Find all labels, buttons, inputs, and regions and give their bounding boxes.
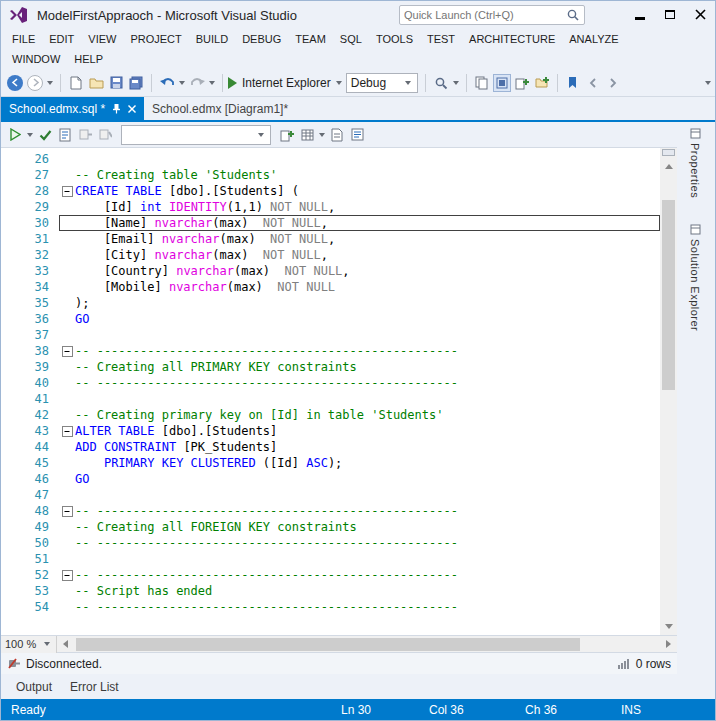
menu-tools[interactable]: TOOLS bbox=[369, 31, 420, 47]
previous-bookmark-button[interactable] bbox=[584, 74, 602, 92]
find-dropdown-icon[interactable] bbox=[453, 81, 459, 85]
menu-project[interactable]: PROJECT bbox=[123, 31, 188, 47]
code-line[interactable]: 52-- -----------------------------------… bbox=[1, 567, 660, 583]
code-line[interactable]: 53-- Script has ended bbox=[1, 583, 660, 599]
close-tab-button[interactable] bbox=[128, 105, 136, 113]
solution-explorer-button[interactable] bbox=[473, 74, 491, 92]
panel-tab-error-list[interactable]: Error List bbox=[61, 677, 128, 697]
code-line[interactable]: 51 bbox=[1, 551, 660, 567]
code-line[interactable]: 48-- -----------------------------------… bbox=[1, 503, 660, 519]
tab-school-edmx-diagram[interactable]: School.edmx [Diagram1]* bbox=[144, 97, 296, 120]
navigate-forward-button[interactable] bbox=[26, 74, 44, 92]
menu-team[interactable]: TEAM bbox=[288, 31, 333, 47]
code-line[interactable]: 30 [Name] nvarchar(max) NOT NULL, bbox=[1, 215, 660, 231]
code-line[interactable]: 40-- -----------------------------------… bbox=[1, 375, 660, 391]
code-line[interactable]: 50-- -----------------------------------… bbox=[1, 535, 660, 551]
code-line[interactable]: 43ALTER TABLE [dbo].[Students] bbox=[1, 423, 660, 439]
menu-build[interactable]: BUILD bbox=[189, 31, 235, 47]
splitter-handle[interactable] bbox=[662, 149, 675, 156]
code-line[interactable]: 38-- -----------------------------------… bbox=[1, 343, 660, 359]
pin-tab-button[interactable] bbox=[112, 103, 121, 114]
code-line[interactable]: 33 [Country] nvarchar(max) NOT NULL, bbox=[1, 263, 660, 279]
add-folder-button[interactable] bbox=[533, 74, 551, 92]
results-dropdown-icon[interactable] bbox=[319, 133, 325, 137]
menu-view[interactable]: VIEW bbox=[81, 31, 123, 47]
results-to-file-button[interactable] bbox=[328, 126, 346, 144]
code-line[interactable]: 45 PRIMARY KEY CLUSTERED ([Id] ASC); bbox=[1, 455, 660, 471]
code-line[interactable]: 31 [Email] nvarchar(max) NOT NULL, bbox=[1, 231, 660, 247]
add-item-button[interactable] bbox=[513, 74, 531, 92]
query-options-button[interactable] bbox=[348, 126, 366, 144]
code-line[interactable]: 28CREATE TABLE [dbo].[Students] ( bbox=[1, 183, 660, 199]
redo-button[interactable] bbox=[188, 74, 206, 92]
connect-button[interactable] bbox=[76, 126, 94, 144]
close-button[interactable] bbox=[685, 1, 715, 27]
validate-schema-button[interactable] bbox=[56, 126, 74, 144]
side-tab-solution-explorer[interactable]: Solution Explorer bbox=[689, 224, 701, 331]
code-line[interactable]: 44ADD CONSTRAINT [PK_Students] bbox=[1, 439, 660, 455]
horizontal-scroll-thumb[interactable] bbox=[76, 638, 580, 651]
code-line[interactable]: 35); bbox=[1, 295, 660, 311]
code-line[interactable]: 46GO bbox=[1, 471, 660, 487]
code-line[interactable]: 41 bbox=[1, 391, 660, 407]
parse-query-button[interactable] bbox=[36, 126, 54, 144]
horizontal-scroll-track[interactable] bbox=[74, 636, 660, 653]
tab-school-edmx-sql[interactable]: School.edmx.sql * bbox=[1, 97, 144, 120]
run-target-dropdown-icon[interactable] bbox=[336, 81, 342, 85]
code-line[interactable]: 32 [City] nvarchar(max) NOT NULL, bbox=[1, 247, 660, 263]
code-line[interactable]: 29 [Id] int IDENTITY(1,1) NOT NULL, bbox=[1, 199, 660, 215]
database-dropdown[interactable] bbox=[121, 125, 271, 145]
toolbar-overflow-icon[interactable] bbox=[705, 81, 711, 85]
results-to-grid-button[interactable] bbox=[298, 126, 316, 144]
new-query-button[interactable] bbox=[278, 126, 296, 144]
code-line[interactable]: 39-- Creating all PRIMARY KEY constraint… bbox=[1, 359, 660, 375]
scroll-down-button[interactable] bbox=[660, 618, 677, 635]
code-line[interactable]: 36GO bbox=[1, 311, 660, 327]
next-bookmark-button[interactable] bbox=[604, 74, 622, 92]
start-debug-button[interactable]: Internet Explorer bbox=[228, 76, 344, 90]
navigate-dropdown-icon[interactable] bbox=[47, 81, 53, 85]
new-file-button[interactable] bbox=[67, 74, 85, 92]
code-line[interactable]: 42-- Creating primary key on [Id] in tab… bbox=[1, 407, 660, 423]
vertical-scrollbar[interactable] bbox=[660, 148, 677, 635]
code-line[interactable]: 27-- Creating table 'Students' bbox=[1, 167, 660, 183]
save-all-button[interactable] bbox=[127, 74, 145, 92]
fold-collapse-icon[interactable] bbox=[59, 343, 75, 359]
panel-tab-output[interactable]: Output bbox=[7, 677, 61, 697]
redo-dropdown-icon[interactable] bbox=[209, 81, 215, 85]
undo-button[interactable] bbox=[158, 74, 176, 92]
sync-with-active-document-button[interactable] bbox=[493, 74, 511, 92]
minimize-button[interactable] bbox=[625, 1, 655, 27]
scroll-right-button[interactable] bbox=[660, 636, 677, 653]
fold-collapse-icon[interactable] bbox=[59, 183, 75, 199]
execute-query-button[interactable] bbox=[6, 126, 24, 144]
scroll-left-button[interactable] bbox=[57, 636, 74, 653]
code-editor[interactable]: 2627-- Creating table 'Students'28CREATE… bbox=[1, 148, 677, 635]
fold-collapse-icon[interactable] bbox=[59, 567, 75, 583]
menu-help[interactable]: HELP bbox=[67, 51, 110, 67]
vertical-scroll-thumb[interactable] bbox=[662, 200, 675, 390]
menu-test[interactable]: TEST bbox=[420, 31, 462, 47]
menu-debug[interactable]: DEBUG bbox=[235, 31, 288, 47]
save-button[interactable] bbox=[107, 74, 125, 92]
code-line[interactable]: 37 bbox=[1, 327, 660, 343]
execute-dropdown-icon[interactable] bbox=[27, 133, 33, 137]
menu-architecture[interactable]: ARCHITECTURE bbox=[462, 31, 562, 47]
code-line[interactable]: 26 bbox=[1, 151, 660, 167]
menu-sql[interactable]: SQL bbox=[333, 31, 369, 47]
menu-analyze[interactable]: ANALYZE bbox=[562, 31, 625, 47]
find-button[interactable] bbox=[432, 74, 450, 92]
navigate-back-button[interactable] bbox=[6, 74, 24, 92]
quick-launch-box[interactable] bbox=[399, 5, 585, 25]
solution-config-dropdown[interactable]: Debug bbox=[346, 73, 418, 93]
open-file-button[interactable] bbox=[87, 74, 105, 92]
code-line[interactable]: 34 [Mobile] nvarchar(max) NOT NULL bbox=[1, 279, 660, 295]
fold-collapse-icon[interactable] bbox=[59, 503, 75, 519]
zoom-dropdown[interactable]: 100 % bbox=[1, 636, 57, 653]
menu-file[interactable]: FILE bbox=[5, 31, 42, 47]
quick-launch-input[interactable] bbox=[400, 9, 566, 21]
menu-window[interactable]: WINDOW bbox=[5, 51, 67, 67]
maximize-button[interactable] bbox=[655, 1, 685, 27]
disconnect-button[interactable] bbox=[96, 126, 114, 144]
code-line[interactable]: 54-- -----------------------------------… bbox=[1, 599, 660, 615]
